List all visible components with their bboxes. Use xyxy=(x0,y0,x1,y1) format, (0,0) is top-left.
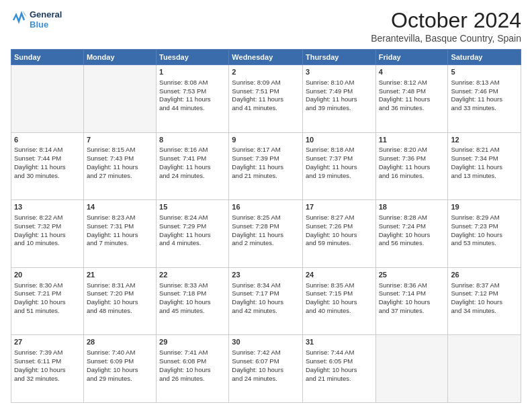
day-info-line: Sunrise: 8:33 AM xyxy=(159,281,226,290)
day-info-line: and 27 minutes. xyxy=(87,172,153,181)
day-info-line: Sunset: 7:21 PM xyxy=(14,289,81,298)
day-number: 21 xyxy=(87,270,153,280)
day-info-line: Daylight: 10 hours xyxy=(87,366,153,375)
calendar-cell: 11Sunrise: 8:20 AMSunset: 7:36 PMDayligh… xyxy=(375,132,448,200)
day-info-line: Daylight: 10 hours xyxy=(14,298,81,307)
day-number: 2 xyxy=(232,67,300,77)
day-number: 18 xyxy=(379,202,445,212)
day-info-line: and 19 minutes. xyxy=(306,172,373,181)
day-number: 30 xyxy=(232,337,300,347)
day-info-line: Sunrise: 8:23 AM xyxy=(87,214,153,222)
day-info-line: Sunrise: 8:18 AM xyxy=(306,146,373,154)
day-number: 7 xyxy=(87,135,153,145)
day-info-line: Sunrise: 8:17 AM xyxy=(232,146,300,154)
day-info-line: Sunrise: 7:39 AM xyxy=(14,349,81,357)
calendar-cell: 25Sunrise: 8:36 AMSunset: 7:14 PMDayligh… xyxy=(375,267,448,335)
logo-container: General Blue xyxy=(11,8,62,32)
day-info-line: Sunset: 7:23 PM xyxy=(451,222,518,231)
day-info-line: and 59 minutes. xyxy=(306,239,373,248)
day-number: 13 xyxy=(14,202,81,212)
calendar-cell: 27Sunrise: 7:39 AMSunset: 6:11 PMDayligh… xyxy=(11,335,84,403)
day-info-line: Sunrise: 8:14 AM xyxy=(14,146,81,154)
day-number: 31 xyxy=(306,337,373,347)
day-info-line: and 21 minutes. xyxy=(306,375,373,383)
calendar-cell: 5Sunrise: 8:13 AMSunset: 7:46 PMDaylight… xyxy=(448,65,521,133)
weekday-header-tuesday: Tuesday xyxy=(157,50,229,65)
day-info-line: Sunset: 7:14 PM xyxy=(379,289,445,298)
day-info-line: and 42 minutes. xyxy=(232,307,300,316)
day-info-line: Sunset: 7:24 PM xyxy=(379,222,445,231)
logo-words: General Blue xyxy=(30,10,62,30)
day-info-line: Sunset: 7:18 PM xyxy=(159,289,226,298)
day-number: 1 xyxy=(159,67,226,77)
day-info-line: Daylight: 11 hours xyxy=(232,231,300,240)
day-info-line: Daylight: 11 hours xyxy=(159,231,226,240)
day-info-line: and 24 minutes. xyxy=(159,172,226,181)
day-info-line: Sunrise: 8:36 AM xyxy=(379,281,445,290)
day-info-line: and 10 minutes. xyxy=(14,239,81,248)
calendar-week-4: 20Sunrise: 8:30 AMSunset: 7:21 PMDayligh… xyxy=(11,267,521,335)
day-info-line: Sunrise: 8:25 AM xyxy=(232,214,300,222)
calendar-cell: 26Sunrise: 8:37 AMSunset: 7:12 PMDayligh… xyxy=(448,267,521,335)
day-info-line: Sunset: 6:08 PM xyxy=(159,357,226,366)
day-info-line: Sunrise: 8:22 AM xyxy=(14,214,81,222)
calendar-cell: 12Sunrise: 8:21 AMSunset: 7:34 PMDayligh… xyxy=(448,132,521,200)
day-info-line: and 13 minutes. xyxy=(451,172,518,181)
day-info-line: Daylight: 11 hours xyxy=(87,231,153,240)
day-info-line: and 30 minutes. xyxy=(14,172,81,181)
calendar-cell: 19Sunrise: 8:29 AMSunset: 7:23 PMDayligh… xyxy=(448,200,521,268)
day-info-line: Sunset: 7:43 PM xyxy=(87,154,153,163)
day-info-line: Sunrise: 8:12 AM xyxy=(379,79,445,87)
weekday-header-friday: Friday xyxy=(375,50,448,65)
day-number: 24 xyxy=(306,270,373,280)
day-number: 14 xyxy=(87,202,153,212)
day-number: 15 xyxy=(159,202,226,212)
day-info-line: Daylight: 10 hours xyxy=(14,366,81,375)
day-info-line: Sunset: 7:41 PM xyxy=(159,154,226,163)
day-info-line: Sunrise: 8:27 AM xyxy=(306,214,373,222)
calendar-cell: 7Sunrise: 8:15 AMSunset: 7:43 PMDaylight… xyxy=(83,132,156,200)
day-info-line: Sunrise: 7:41 AM xyxy=(159,349,226,357)
day-info-line: Sunset: 7:44 PM xyxy=(14,154,81,163)
day-info-line: and 2 minutes. xyxy=(232,239,300,248)
day-info-line: Sunset: 7:12 PM xyxy=(451,289,518,298)
title-block: October 2024 Berantevilla, Basque Countr… xyxy=(371,8,521,44)
day-info-line: Sunset: 7:51 PM xyxy=(232,87,300,96)
day-info-line: Sunset: 7:32 PM xyxy=(14,222,81,231)
day-info-line: and 33 minutes. xyxy=(451,104,518,113)
day-info-line: and 16 minutes. xyxy=(379,172,445,181)
day-number: 6 xyxy=(14,135,81,145)
day-info-line: Sunrise: 8:16 AM xyxy=(159,146,226,154)
calendar-cell: 14Sunrise: 8:23 AMSunset: 7:31 PMDayligh… xyxy=(83,200,156,268)
day-info-line: Sunrise: 8:37 AM xyxy=(451,281,518,290)
day-info-line: Daylight: 10 hours xyxy=(379,298,445,307)
weekday-header-sunday: Sunday xyxy=(11,50,84,65)
calendar-cell: 2Sunrise: 8:09 AMSunset: 7:51 PMDaylight… xyxy=(229,65,303,133)
day-info-line: Daylight: 11 hours xyxy=(451,95,518,104)
day-info-line: Sunrise: 8:35 AM xyxy=(306,281,373,290)
calendar-cell: 8Sunrise: 8:16 AMSunset: 7:41 PMDaylight… xyxy=(157,132,229,200)
calendar-cell: 28Sunrise: 7:40 AMSunset: 6:09 PMDayligh… xyxy=(83,335,156,403)
day-info-line: and 4 minutes. xyxy=(159,239,226,248)
day-info-line: and 39 minutes. xyxy=(306,104,373,113)
day-number: 10 xyxy=(306,135,373,145)
day-info-line: Sunrise: 8:34 AM xyxy=(232,281,300,290)
day-number: 9 xyxy=(232,135,300,145)
calendar-cell xyxy=(11,65,84,133)
day-number: 19 xyxy=(451,202,518,212)
weekday-header-monday: Monday xyxy=(83,50,156,65)
day-info-line: Daylight: 10 hours xyxy=(306,366,373,375)
calendar-cell: 3Sunrise: 8:10 AMSunset: 7:49 PMDaylight… xyxy=(302,65,375,133)
day-info-line: Sunrise: 7:44 AM xyxy=(306,349,373,357)
calendar-cell: 30Sunrise: 7:42 AMSunset: 6:07 PMDayligh… xyxy=(229,335,303,403)
day-info-line: and 24 minutes. xyxy=(232,375,300,383)
day-info-line: Sunrise: 7:42 AM xyxy=(232,349,300,357)
day-info-line: and 45 minutes. xyxy=(159,307,226,316)
logo: General Blue xyxy=(11,8,62,32)
day-info-line: Daylight: 10 hours xyxy=(451,298,518,307)
calendar-week-1: 1Sunrise: 8:08 AMSunset: 7:53 PMDaylight… xyxy=(11,65,521,133)
calendar-table: SundayMondayTuesdayWednesdayThursdayFrid… xyxy=(11,49,521,403)
day-info-line: Daylight: 11 hours xyxy=(159,163,226,172)
day-info-line: Sunrise: 8:28 AM xyxy=(379,214,445,222)
calendar-cell: 17Sunrise: 8:27 AMSunset: 7:26 PMDayligh… xyxy=(302,200,375,268)
